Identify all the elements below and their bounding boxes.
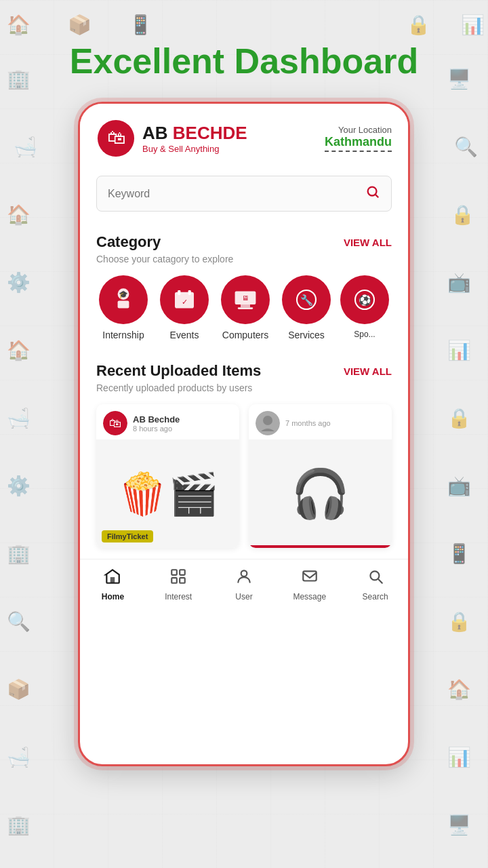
app-header: 🛍 AB BECHDE Buy & Sell Anything Your Loc…	[80, 104, 408, 165]
location-value: Kathmandu	[325, 135, 392, 152]
category-title: Category	[96, 233, 161, 251]
bg-icon-16: 🛁	[7, 407, 30, 429]
svg-text:🛍: 🛍	[107, 127, 125, 148]
svg-rect-12	[241, 304, 250, 307]
recent-view-all[interactable]: VIEW ALL	[344, 366, 392, 377]
svg-rect-8	[178, 290, 180, 295]
nav-item-message[interactable]: Message	[277, 568, 342, 601]
category-subtitle: Choose your catagory to explore	[96, 254, 392, 264]
category-icon-sports: ⚽	[340, 275, 389, 324]
app-logo-icon: 🛍	[96, 119, 136, 158]
bg-icon-18: ⚙️	[7, 475, 30, 497]
bg-icon-26: 🛁	[7, 746, 30, 768]
bg-icon-28: 🏢	[7, 814, 30, 836]
svg-rect-5	[118, 300, 129, 308]
logo-tagline: Buy & Sell Anything	[142, 144, 247, 154]
bg-icon-22: 🔍	[7, 610, 30, 633]
nav-label-user: User	[235, 592, 252, 601]
location-section[interactable]: Your Location Kathmandu	[325, 125, 392, 152]
bg-icon-11: 🔒	[451, 203, 474, 226]
nav-item-user[interactable]: User	[211, 568, 277, 601]
bg-icon-15: 📊	[447, 339, 471, 361]
bg-icon-14: 🏠	[7, 339, 30, 361]
category-view-all[interactable]: VIEW ALL	[344, 237, 392, 248]
nav-item-search[interactable]: Search	[342, 568, 408, 601]
category-item-sports[interactable]: ⚽ Spo...	[340, 275, 389, 340]
logo-section: 🛍 AB BECHDE Buy & Sell Anything	[96, 119, 247, 158]
svg-rect-27	[180, 578, 185, 583]
category-label-events: Events	[170, 330, 199, 340]
category-label-internship: Internship	[102, 330, 144, 340]
category-icon-services: 🔧	[282, 275, 331, 324]
movie-illustration: 🍿🎬	[117, 470, 219, 518]
svg-line-31	[378, 579, 382, 583]
search-input[interactable]	[108, 188, 365, 200]
categories-row: 🎓 Internship ✓ Events	[96, 275, 392, 340]
bg-icon-19: 📺	[447, 475, 471, 497]
recent-subtitle: Recently uploaded products by users	[96, 382, 392, 393]
bg-icon-13: 📺	[447, 271, 471, 294]
search-icon[interactable]	[365, 184, 380, 203]
category-icon-computers: 🖥	[221, 275, 270, 324]
bg-icon-20: 🏢	[7, 542, 30, 565]
category-icon-internship: 🎓	[99, 275, 148, 324]
svg-text:⚽: ⚽	[359, 294, 372, 307]
recent-section: Recent Uploaded Items VIEW ALL Recently …	[80, 351, 408, 548]
product-image-movie: 🍿🎬 FilmyTicket	[96, 439, 239, 548]
search-bar[interactable]	[96, 176, 392, 212]
interest-icon	[169, 568, 187, 589]
phone-frame: 🛍 AB BECHDE Buy & Sell Anything Your Loc…	[78, 102, 410, 766]
nav-label-home: Home	[102, 592, 124, 601]
message-icon	[301, 568, 319, 589]
nav-label-search: Search	[363, 592, 388, 601]
bg-icon-9: 🔍	[454, 136, 478, 158]
svg-line-3	[375, 195, 378, 197]
svg-rect-26	[171, 578, 177, 583]
nav-item-home[interactable]: Home	[80, 568, 146, 601]
svg-point-2	[368, 187, 377, 196]
bg-icon-29: 🖥️	[447, 814, 471, 836]
category-label-sports: Spo...	[354, 330, 375, 339]
category-label-computers: Computers	[222, 330, 268, 340]
bg-icon-10: 🏠	[7, 203, 30, 226]
category-item-events[interactable]: ✓ Events	[157, 275, 211, 340]
svg-rect-25	[180, 570, 185, 575]
category-item-computers[interactable]: 🖥 Computers	[218, 275, 272, 340]
product-card-header-2: 7 months ago	[249, 404, 392, 439]
svg-rect-13	[238, 307, 253, 309]
page-title: Excellent Dashboard	[0, 0, 488, 102]
svg-text:🛍: 🛍	[109, 416, 121, 430]
seller-avatar-2	[256, 411, 280, 435]
logo-text-block: AB BECHDE Buy & Sell Anything	[142, 123, 247, 154]
svg-rect-24	[171, 570, 177, 575]
nav-label-interest: Interest	[165, 592, 192, 601]
nav-item-interest[interactable]: Interest	[146, 568, 211, 601]
product-card-movie[interactable]: 🛍 AB Bechde 8 hours ago 🍿🎬 FilmyTicket	[96, 404, 239, 548]
svg-point-30	[370, 571, 379, 580]
product-image-earphone: 🎧	[249, 439, 392, 548]
location-label: Your Location	[325, 125, 392, 135]
products-row: 🛍 AB Bechde 8 hours ago 🍿🎬 FilmyTicket	[96, 404, 392, 548]
category-icon-events: ✓	[160, 275, 209, 324]
svg-rect-9	[188, 290, 191, 295]
svg-text:🎓: 🎓	[119, 290, 128, 299]
user-icon	[235, 568, 253, 589]
bg-icon-25: 🏠	[447, 678, 471, 701]
category-item-services[interactable]: 🔧 Services	[279, 275, 333, 340]
category-item-internship[interactable]: 🎓 Internship	[96, 275, 150, 340]
bottom-navigation: Home Interest User	[80, 559, 408, 614]
search-container	[80, 165, 408, 222]
category-section: Category VIEW ALL Choose your catagory t…	[80, 222, 408, 351]
bg-icon-23: 🔒	[447, 610, 471, 633]
svg-text:🖥: 🖥	[242, 294, 249, 302]
seller-name-1: AB Bechde	[133, 414, 232, 425]
product-bottom-bar	[249, 545, 392, 548]
bg-icon-8: 🛁	[14, 136, 37, 158]
home-icon	[104, 568, 121, 589]
earphone-illustration: 🎧	[291, 439, 350, 548]
product-card-header-1: 🛍 AB Bechde 8 hours ago	[96, 404, 239, 439]
upload-time-2: 7 months ago	[285, 419, 385, 427]
bg-icon-21: 📱	[447, 542, 471, 565]
bg-icon-27: 📊	[447, 746, 471, 768]
product-card-earphone[interactable]: 7 months ago 🎧	[249, 404, 392, 548]
